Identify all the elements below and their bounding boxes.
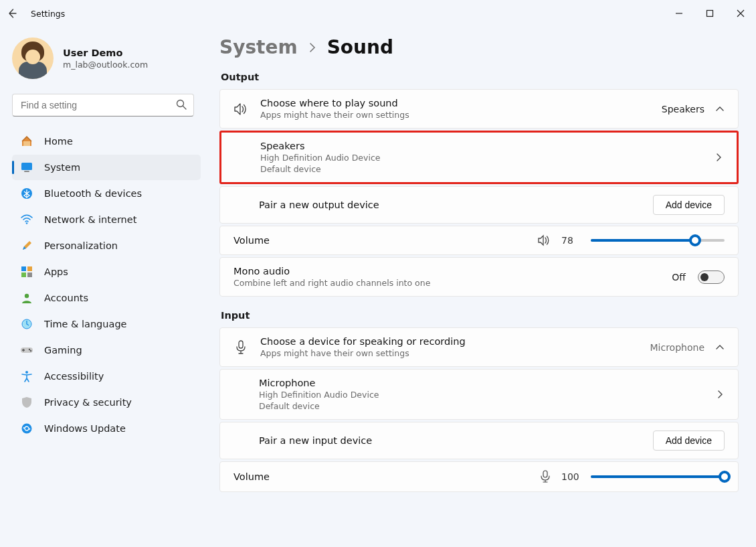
svg-rect-18 — [239, 341, 243, 348]
search-icon — [175, 98, 187, 110]
speakers-line2: Default device — [260, 164, 702, 174]
output-choose-row[interactable]: Choose where to play sound Apps might ha… — [219, 89, 739, 129]
sidebar-item-label: Accessibility — [44, 371, 104, 382]
accessibility-icon — [20, 370, 33, 382]
sidebar-item-system[interactable]: System — [12, 155, 201, 180]
svg-rect-0 — [707, 11, 713, 17]
output-volume-row: Volume 78 — [219, 226, 739, 255]
maximize-button[interactable] — [694, 2, 725, 25]
mono-audio-row: Mono audio Combine left and right audio … — [219, 257, 739, 297]
sidebar-item-bluetooth[interactable]: Bluetooth & devices — [12, 181, 201, 206]
sidebar-item-gaming[interactable]: Gaming — [12, 337, 201, 363]
input-choose-row[interactable]: Choose a device for speaking or recordin… — [219, 327, 739, 367]
breadcrumb: System Sound — [219, 36, 739, 58]
sidebar-item-network[interactable]: Network & internet — [12, 207, 201, 232]
svg-rect-19 — [543, 471, 547, 477]
shield-icon — [20, 396, 33, 408]
sidebar: User Demo m_lab@outlook.com Home System — [0, 27, 207, 547]
output-pair-row: Pair a new output device Add device — [219, 186, 739, 224]
input-choose-value: Microphone — [650, 342, 705, 353]
close-button[interactable] — [725, 2, 756, 25]
sidebar-item-label: Apps — [44, 266, 68, 277]
mono-title: Mono audio — [233, 266, 660, 277]
sidebar-item-label: Time & language — [44, 319, 127, 329]
output-volume-slider[interactable] — [591, 239, 725, 242]
input-volume-row: Volume 100 — [219, 461, 739, 492]
input-pair-title: Pair a new input device — [259, 435, 641, 446]
titlebar: Settings — [0, 0, 756, 27]
apps-icon — [20, 266, 33, 278]
chevron-up-icon — [715, 104, 725, 114]
svg-point-6 — [26, 222, 28, 224]
sidebar-item-apps[interactable]: Apps — [12, 259, 201, 285]
sidebar-item-privacy[interactable]: Privacy & security — [12, 390, 201, 415]
chevron-up-icon — [715, 343, 725, 352]
home-icon — [20, 135, 33, 147]
system-icon — [20, 162, 33, 173]
avatar — [12, 37, 54, 79]
breadcrumb-parent[interactable]: System — [219, 36, 298, 58]
sidebar-item-personalization[interactable]: Personalization — [12, 233, 201, 258]
svg-point-1 — [177, 100, 184, 107]
sidebar-item-label: Network & internet — [44, 214, 136, 225]
sidebar-item-label: Windows Update — [44, 423, 126, 434]
mono-state: Off — [672, 272, 686, 283]
svg-rect-4 — [24, 171, 29, 172]
sidebar-item-time-language[interactable]: Time & language — [12, 311, 201, 337]
sidebar-item-label: Accounts — [44, 293, 88, 303]
gamepad-icon — [20, 345, 33, 355]
chevron-right-icon — [715, 390, 725, 399]
input-volume-slider[interactable] — [591, 475, 725, 478]
svg-rect-7 — [21, 266, 26, 271]
arrow-left-icon — [7, 8, 18, 19]
microphone-icon[interactable] — [540, 470, 551, 483]
sidebar-item-accessibility[interactable]: Accessibility — [12, 364, 201, 389]
wifi-icon — [20, 214, 33, 225]
microphone-line1: High Definition Audio Device — [259, 390, 703, 400]
microphone-title: Microphone — [259, 378, 703, 388]
input-microphone-row[interactable]: Microphone High Definition Audio Device … — [219, 369, 739, 420]
svg-point-14 — [29, 349, 30, 350]
mono-subtitle: Combine left and right audio channels in… — [233, 278, 660, 288]
sidebar-item-label: System — [44, 162, 80, 173]
clock-globe-icon — [20, 318, 33, 330]
bluetooth-icon — [20, 187, 33, 200]
add-input-device-button[interactable]: Add device — [653, 431, 725, 451]
sidebar-item-label: Bluetooth & devices — [44, 188, 142, 199]
mono-toggle[interactable] — [698, 270, 725, 284]
page-title: Sound — [327, 36, 393, 58]
update-icon — [20, 422, 33, 435]
svg-rect-8 — [27, 266, 32, 271]
section-input-label: Input — [221, 310, 739, 321]
section-output-label: Output — [221, 72, 739, 82]
speakers-title: Speakers — [260, 141, 702, 151]
output-volume-value: 78 — [561, 235, 580, 246]
add-output-device-button[interactable]: Add device — [653, 195, 725, 215]
sidebar-item-label: Home — [44, 136, 73, 147]
speaker-icon — [233, 102, 248, 116]
sidebar-item-label: Gaming — [44, 345, 82, 356]
sidebar-item-label: Privacy & security — [44, 397, 132, 408]
back-button[interactable] — [7, 8, 19, 19]
minimize-button[interactable] — [664, 2, 694, 25]
sidebar-item-home[interactable]: Home — [12, 129, 201, 154]
user-block[interactable]: User Demo m_lab@outlook.com — [12, 35, 201, 91]
sidebar-item-windows-update[interactable]: Windows Update — [12, 416, 201, 441]
user-name: User Demo — [63, 48, 148, 58]
svg-point-17 — [22, 424, 32, 434]
speakers-line1: High Definition Audio Device — [260, 153, 702, 163]
svg-rect-3 — [21, 163, 32, 170]
sidebar-item-accounts[interactable]: Accounts — [12, 285, 201, 311]
speaker-icon[interactable] — [537, 234, 551, 246]
output-pair-title: Pair a new output device — [259, 200, 641, 210]
svg-point-11 — [25, 294, 29, 298]
input-volume-value: 100 — [561, 471, 580, 482]
output-choose-subtitle: Apps might have their own settings — [260, 110, 650, 120]
output-choose-value: Speakers — [662, 104, 704, 114]
input-volume-label: Volume — [233, 471, 528, 482]
output-speakers-row[interactable]: Speakers High Definition Audio Device De… — [219, 131, 739, 184]
output-choose-title: Choose where to play sound — [260, 98, 650, 108]
search-input[interactable] — [12, 94, 194, 116]
input-choose-title: Choose a device for speaking or recordin… — [260, 336, 638, 347]
svg-rect-10 — [27, 272, 32, 277]
